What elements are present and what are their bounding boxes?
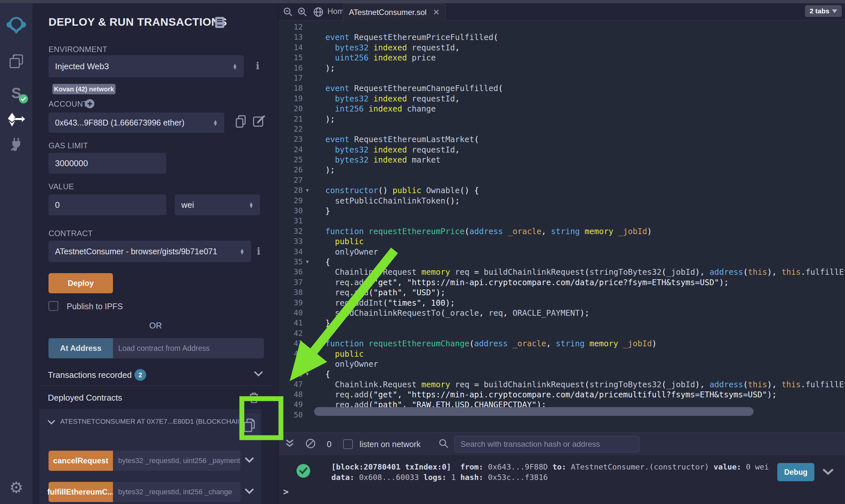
value-input[interactable]: 0: [49, 195, 166, 215]
code-line[interactable]: 21 );: [279, 114, 845, 124]
panel-title: DEPLOY & RUN TRANSACTIONS: [49, 16, 227, 28]
code-line[interactable]: 17: [279, 73, 845, 83]
code-line[interactable]: 13 event RequestEthereumPriceFulfilled(: [279, 32, 845, 42]
contract-info-icon[interactable]: i: [257, 246, 260, 257]
code-line[interactable]: 15 uint256 indexed price: [279, 53, 845, 63]
terminal-prompt[interactable]: >: [283, 486, 289, 497]
network-badge: Kovan (42) network: [52, 84, 116, 94]
gas-limit-input[interactable]: 3000000: [49, 153, 166, 174]
expand-chevron-icon[interactable]: [245, 457, 254, 464]
code-line[interactable]: 22: [279, 124, 845, 134]
code-line[interactable]: 30 }: [279, 206, 845, 216]
code-line[interactable]: 18 event RequestEthereumChangeFulfilled(: [279, 83, 845, 93]
clear-console-icon[interactable]: [305, 438, 316, 450]
tx-log-line1[interactable]: [block:20780401 txIndex:0] from: 0x643..…: [331, 462, 769, 472]
code-line[interactable]: 32 function requestEthereumPrice(address…: [279, 226, 845, 236]
cancel-request-params-input[interactable]: bytes32 _requestId, uint256 _payment, by: [113, 451, 241, 471]
tx-log-line2[interactable]: data: 0x608...60033 logs: 1 hash: 0x53c.…: [331, 472, 548, 483]
zoom-out-icon[interactable]: [283, 7, 293, 18]
plugin-icon[interactable]: [9, 137, 23, 152]
code-line[interactable]: 31: [279, 216, 845, 226]
gas-limit-label: GAS LIMIT: [49, 141, 88, 150]
at-address-button[interactable]: At Address: [49, 338, 113, 358]
remix-logo-icon: [6, 16, 27, 36]
transactions-chevron-icon[interactable]: [254, 371, 263, 378]
edit-account-icon[interactable]: [253, 115, 265, 129]
code-line[interactable]: 27: [279, 175, 845, 185]
fulfill-ethereum-params-input[interactable]: bytes32 _requestId, int256 _change: [113, 482, 241, 502]
code-line[interactable]: 25 bytes32 indexed market: [279, 155, 845, 165]
value-amount: 0: [55, 200, 59, 210]
document-icon[interactable]: [215, 17, 224, 29]
cancel-request-button[interactable]: cancelRequest: [49, 451, 113, 471]
select-arrows-icon: ▲▼: [240, 248, 244, 255]
contract-select[interactable]: ATestnetConsumer - browser/gists/9b71e07…: [49, 240, 251, 262]
environment-select[interactable]: Injected Web3 ▲▼: [49, 55, 244, 77]
code-line[interactable]: 47 Chainlink.Request memory req = buildC…: [279, 379, 845, 390]
copy-account-icon[interactable]: [235, 115, 246, 129]
code-line[interactable]: 26 );: [279, 165, 845, 175]
contract-instance-header[interactable]: ATESTNETCONSUMER AT 0X7E7...E80D1 (BLOCK…: [60, 417, 241, 425]
file-explorer-icon[interactable]: [9, 54, 24, 70]
code-lines[interactable]: 1213 event RequestEthereumPriceFulfilled…: [279, 20, 845, 432]
listen-network-checkbox[interactable]: [343, 439, 353, 449]
publish-ipfs-checkbox[interactable]: [49, 301, 58, 311]
code-line[interactable]: 34 onlyOwner: [279, 247, 845, 257]
search-icon: [439, 439, 449, 450]
code-line[interactable]: 14 bytes32 indexed requestId,: [279, 42, 845, 53]
code-line[interactable]: 28▼ constructor() public Ownable() {: [279, 185, 845, 195]
code-line[interactable]: 46▼ {: [279, 369, 845, 379]
code-line[interactable]: 44 public: [279, 349, 845, 359]
code-line[interactable]: 39 req.addInt("times", 100);: [279, 298, 845, 308]
account-select[interactable]: 0x643...9F88D (1.666673996 ether) ▲▼: [49, 112, 224, 133]
code-line[interactable]: 33 public: [279, 236, 845, 247]
code-line[interactable]: 16 );: [279, 63, 845, 73]
transactions-count-badge: 2: [135, 369, 146, 381]
deploy-run-icon[interactable]: [7, 113, 25, 128]
tab-close-icon[interactable]: ✕: [433, 8, 439, 17]
tab-active-file[interactable]: ATestnetConsumer.sol ✕: [343, 4, 446, 20]
code-line[interactable]: 43 function requestEthereumChange(addres…: [279, 339, 845, 348]
function-row: fulfillEthereumC... bytes32 _requestId, …: [49, 482, 254, 502]
code-line[interactable]: 37 req.add("get", "https://min-api.crypt…: [279, 277, 845, 287]
code-line[interactable]: 24 bytes32 indexed requestId,: [279, 145, 845, 155]
code-line[interactable]: 12: [279, 22, 845, 32]
code-line[interactable]: 38 req.add("path", "USD");: [279, 287, 845, 298]
code-line[interactable]: 48 req.add("get", "https://min-api.crypt…: [279, 390, 845, 400]
environment-label: ENVIRONMENT: [49, 45, 107, 54]
code-line[interactable]: 35▼ {: [279, 257, 845, 267]
code-line[interactable]: 29 setPublicChainlinkToken();: [279, 196, 845, 206]
collapse-terminal-icon[interactable]: [286, 439, 294, 449]
code-line[interactable]: 40 sendChainlinkRequestTo(_oracle, req, …: [279, 308, 845, 318]
compile-success-badge: [19, 94, 28, 105]
settings-gear-icon[interactable]: ⚙: [9, 478, 23, 497]
copy-instance-button[interactable]: [239, 414, 260, 438]
trash-icon[interactable]: [249, 392, 259, 404]
value-unit: wei: [181, 200, 194, 210]
zoom-in-icon[interactable]: [297, 7, 307, 18]
log-expand-chevron-icon[interactable]: [823, 469, 833, 477]
home-tab-globe-icon[interactable]: [313, 7, 324, 19]
code-line[interactable]: 42: [279, 328, 845, 339]
tabs-count-button[interactable]: 2 tabs: [805, 5, 842, 17]
instance-chevron-icon[interactable]: [48, 420, 55, 426]
environment-value: Injected Web3: [55, 61, 109, 72]
code-line[interactable]: 41 }: [279, 318, 845, 328]
code-line[interactable]: 23 event RequestEthereumLastMarket(: [279, 134, 845, 144]
expand-chevron-icon[interactable]: [245, 489, 254, 496]
horizontal-scrollbar[interactable]: [314, 407, 754, 416]
account-value: 0x643...9F88D (1.666673996 ether): [55, 118, 185, 127]
environment-info-icon[interactable]: i: [256, 60, 259, 72]
terminal-search-input[interactable]: Search with transaction hash or address: [454, 436, 639, 452]
code-line[interactable]: 36 Chainlink.Request memory req = buildC…: [279, 267, 845, 277]
value-unit-select[interactable]: wei ▲▼: [175, 195, 260, 215]
code-line[interactable]: 20 int256 indexed change: [279, 104, 845, 114]
deploy-button[interactable]: Deploy: [49, 273, 113, 293]
add-account-icon[interactable]: [85, 99, 95, 110]
at-address-input[interactable]: Load contract from Address: [113, 338, 264, 358]
fulfill-ethereum-button[interactable]: fulfillEthereumC...: [49, 482, 113, 502]
code-line[interactable]: 45 onlyOwner: [279, 359, 845, 369]
tabs-count-label: 2 tabs: [810, 7, 829, 15]
code-line[interactable]: 19 bytes32 indexed requestId,: [279, 94, 845, 104]
debug-button[interactable]: Debug: [777, 463, 814, 481]
